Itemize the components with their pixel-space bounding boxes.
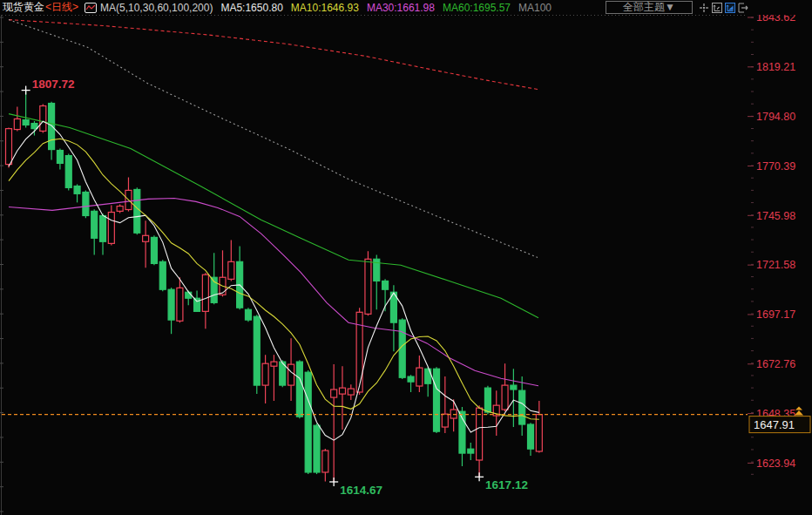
pop-out-icon[interactable] [737, 2, 749, 14]
candle [280, 360, 286, 387]
candle [245, 308, 251, 322]
axis-right-icon[interactable] [711, 2, 723, 14]
last-price-value: 1647.91 [754, 418, 795, 431]
annotation-text: 1807.72 [32, 78, 75, 91]
candle [177, 277, 183, 322]
y-axis-label: 1819.21 [756, 61, 795, 73]
candle [40, 104, 46, 132]
y-axis-label: 1770.39 [756, 160, 795, 173]
ma100-value-label: MA100 [518, 2, 551, 14]
candle [408, 375, 414, 392]
candle [348, 384, 354, 400]
candles-layer [6, 91, 543, 482]
candle [296, 360, 302, 418]
ma10-value-label: MA10:1646.93 [291, 2, 359, 14]
candle [322, 449, 328, 481]
candle [434, 367, 440, 433]
candle [220, 250, 226, 296]
chart-window: 现货黄金 <日线> MA(5,10,30,60,100,200) MA5:165… [0, 0, 812, 515]
candle [134, 187, 140, 234]
y-axis: 1843.621819.211794.801770.391745.981721.… [748, 11, 795, 474]
candle [519, 376, 525, 436]
candle [143, 220, 149, 268]
candle [186, 290, 192, 305]
candle [339, 366, 345, 430]
ma-settings-label: MA(5,10,30,60,100,200) [100, 2, 213, 14]
y-axis-label: 1794.80 [756, 111, 795, 123]
ma200-line [9, 20, 538, 90]
chart-frame [0, 15, 746, 515]
candle [202, 273, 208, 329]
candle [168, 288, 174, 334]
candle [484, 386, 491, 415]
candle [83, 190, 89, 218]
candle [159, 260, 166, 291]
annotation-text: 1614.67 [340, 484, 382, 497]
candle [108, 205, 114, 245]
candle [271, 355, 277, 401]
timeframe-label: <日线> [45, 0, 78, 15]
candle [49, 102, 55, 160]
candle [100, 213, 106, 254]
candle [151, 235, 157, 265]
candle [468, 443, 474, 460]
chart-header: 现货黄金 <日线> MA(5,10,30,60,100,200) MA5:165… [0, 0, 812, 15]
symbol-name: 现货黄金 [3, 0, 44, 15]
candle [254, 315, 260, 394]
candle [74, 184, 80, 202]
candle [390, 285, 396, 351]
candle [117, 204, 123, 213]
ma5-value-label: MA5:1650.80 [220, 2, 282, 14]
candle [237, 246, 243, 309]
annotation-text: 1617.12 [485, 478, 528, 491]
ma100-line [9, 20, 538, 258]
candle [125, 177, 132, 211]
candle [14, 106, 20, 131]
candle [442, 376, 448, 433]
candle [528, 423, 534, 456]
candlestick-chart[interactable]: 1843.621819.211794.801770.391745.981721.… [0, 0, 812, 515]
candle [262, 355, 268, 403]
candle [228, 240, 234, 281]
axis-left-icon-active[interactable] [724, 2, 736, 14]
candle [314, 424, 320, 474]
y-axis-label: 1745.98 [756, 210, 795, 222]
kline-icon [85, 3, 97, 13]
candle [305, 370, 311, 474]
candle [356, 308, 362, 395]
candle [536, 401, 542, 453]
candle [416, 356, 423, 392]
candle [365, 251, 371, 315]
candle [65, 153, 71, 190]
low-annotation: 1614.67 [329, 478, 382, 497]
ma60-value-label: MA60:1695.57 [443, 2, 511, 14]
candle [450, 399, 457, 431]
y-axis-label: 1623.94 [756, 457, 795, 470]
ma30-value-label: MA30:1661.98 [367, 2, 435, 14]
candle [511, 369, 517, 427]
y-axis-label: 1697.17 [756, 308, 795, 321]
crosshair-icon[interactable] [698, 2, 710, 14]
y-axis-label: 1672.76 [756, 358, 795, 370]
candle [459, 407, 465, 466]
theme-selector-button[interactable]: 全部主题▼ [606, 1, 693, 14]
candle [91, 209, 98, 254]
candle [477, 405, 483, 477]
candle [23, 91, 29, 128]
candle [331, 364, 337, 482]
y-axis-label: 1721.58 [756, 259, 795, 271]
chart-toolbar [698, 2, 749, 14]
high-annotation: 1807.72 [22, 78, 75, 95]
candle [57, 148, 63, 169]
candle [502, 363, 508, 411]
low-annotation: 1617.12 [475, 472, 528, 491]
